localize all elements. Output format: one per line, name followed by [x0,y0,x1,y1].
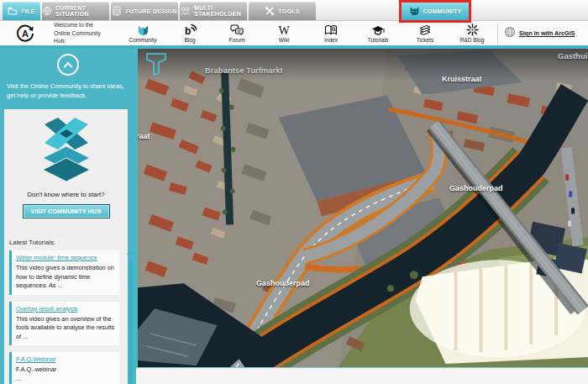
svg-text:b: b [185,25,191,36]
tab-label: MULTI STAKEHOLDER [194,5,247,17]
tutorial-description: This video gives a demonstration on how … [16,264,115,291]
tab-community[interactable]: COMMUNITY [402,2,469,20]
tab-label: CURRENT SITUATION [55,5,109,17]
blog-icon: b [184,24,197,36]
tab-current-situation[interactable]: CURRENT SITUATION [42,2,109,20]
welcome-text: Welcome to the Online Community Hub: [54,21,113,45]
globe-icon [42,6,52,16]
toolbar-item-index[interactable]: Index [307,24,354,43]
latest-tutorials-heading: Latest Tutorials: [9,239,128,246]
toolbar-item-tutorials[interactable]: Tutorials [354,24,402,43]
tutorial-card: Overlay result analysis This video gives… [9,302,119,346]
toolbar-item-label: Tickets [417,37,433,43]
toolbar-item-forum[interactable]: Forum [213,24,260,43]
tygron-ribbon-logo [4,116,128,183]
tickets-icon [418,24,432,36]
tab-file[interactable]: FILE [3,2,40,20]
toolbar-divider [497,24,498,44]
tutorial-description: This video gives an overview of the tool… [16,315,115,342]
map-3d-viewport[interactable]: Brabantse Turfmarkt Gasthuislaan Kruisst… [136,48,588,367]
map-top-overlay: Brabantse Turfmarkt Gasthuislaan [138,49,588,81]
toolbar-item-label: Blog [184,37,195,43]
community-toolbar: A Welcome to the Online Community Hub: C… [0,21,588,45]
arcgis-circle-a-icon: A [15,24,35,44]
toolbar-item-label: Wiki [279,37,289,43]
svg-text:A: A [22,29,29,39]
svg-text:W: W [278,24,290,36]
forum-icon [230,24,244,36]
community-sidebar: Visit the Online Community to share idea… [0,48,136,384]
toolbar-item-label: Tutorials [368,37,389,43]
signin-arcgis-link[interactable]: Sign in with ArcGIS [519,29,575,37]
sidebar-panel: Don't know where to start? VISIT COMMUNI… [4,109,128,384]
globe-signin-icon [504,26,516,41]
signin-group: Sign in with ArcGIS [504,26,575,41]
index-icon [324,24,338,36]
clipboard-clock-icon [112,6,122,16]
tab-future-design[interactable]: FUTURE DESIGN [111,2,178,20]
tab-label: FUTURE DESIGN [125,8,176,14]
tools-icon [265,6,275,16]
folder-icon [8,6,18,16]
tutorial-link[interactable]: Overlay result analysis [16,305,115,313]
chevron-up-icon [62,60,74,69]
toolbar-item-wiki[interactable]: W Wiki [260,24,307,43]
toolbar-items: Community b Blog Forum W Wiki [119,24,496,43]
visit-community-hub-button[interactable]: VISIT COMMUNITY HUB [23,204,110,218]
city-3d-render [138,49,588,367]
tutorial-link[interactable]: Water module: time sequence [16,254,115,261]
collapse-chevron-button[interactable] [57,54,79,76]
community-logo-icon [137,24,150,36]
toolbar-item-label: R&D Blog [460,37,485,43]
tutorial-card: F.A.Q.Webinar F.A.Q.-webinar ... [9,352,119,384]
tab-label: FILE [21,8,34,14]
tab-multi-stakeholder[interactable]: MULTI STAKEHOLDER [180,2,247,20]
toolbar-item-tickets[interactable]: Tickets [402,24,449,43]
street-label: Gasthuislaan [558,51,588,60]
toolbar-item-blog[interactable]: b Blog [166,24,213,43]
tygron-t-logo-icon [144,51,168,80]
rnd-blog-icon [466,24,479,36]
scrollbar-thumb[interactable] [129,260,133,384]
wiki-icon: W [277,24,291,36]
toolbar-item-community[interactable]: Community [119,24,166,43]
toolbar-item-label: Forum [229,37,245,43]
tab-tools[interactable]: TOOLS [249,2,316,20]
bottom-status-strip [136,367,588,384]
main-tab-bar: FILE CURRENT SITUATION FUTURE DESIGN MUL… [0,0,588,21]
toolbar-item-label: Index [324,37,338,43]
street-label: Brabantse Turfmarkt [205,66,283,75]
sidebar-intro-text: Visit the Online Community to share idea… [7,82,130,101]
tab-label: COMMUNITY [423,8,462,14]
community-fox-icon [409,6,420,16]
tutorial-card: Water module: time sequence This video g… [9,250,119,295]
start-prompt: Don't know where to start? [4,191,128,198]
tab-label: TOOLS [278,8,299,14]
tutorial-description-more: ... [16,375,115,384]
people-icon [180,6,191,16]
application-window: FILE CURRENT SITUATION FUTURE DESIGN MUL… [0,0,588,384]
tutorial-link[interactable]: F.A.Q.Webinar [16,355,115,363]
tutorial-description: F.A.Q.-webinar [16,366,115,375]
toolbar-item-rnd-blog[interactable]: R&D Blog [449,24,496,43]
tutorials-icon [371,24,385,36]
scrollbar-up-arrow[interactable] [127,250,134,255]
toolbar-item-label: Community [129,37,157,43]
